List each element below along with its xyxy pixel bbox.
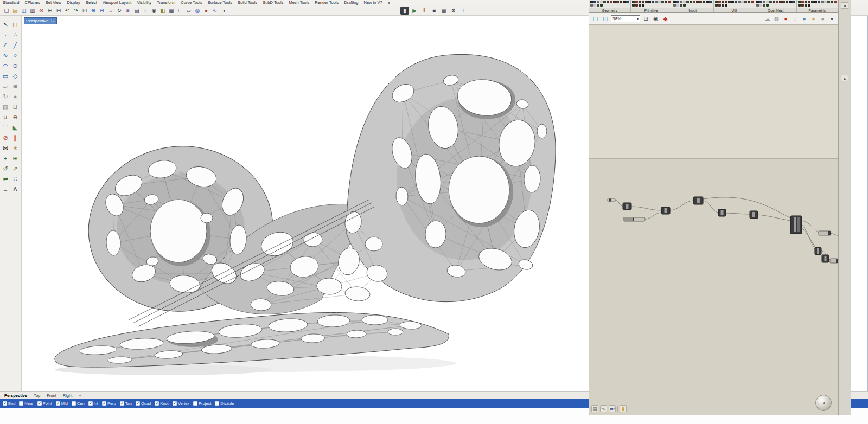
gh-component-icon[interactable] <box>763 1 765 3</box>
gh-component-icon[interactable] <box>776 1 778 3</box>
layers-icon[interactable]: ≡ <box>124 7 132 15</box>
gh-preview-wire-sphere-icon[interactable]: ◌ <box>791 15 799 23</box>
gh-component-icon[interactable] <box>782 1 785 3</box>
gh-component-icon[interactable] <box>805 1 807 3</box>
toolbar-tab-transform[interactable]: Transform <box>157 0 175 5</box>
gh-component-icon[interactable] <box>725 4 727 7</box>
gh-preview-tan-sphere-icon[interactable]: ● <box>809 15 818 23</box>
pan-view-icon[interactable]: ⇔ <box>106 7 115 15</box>
osnap-checkbox-tan[interactable]: ✓ <box>120 401 124 406</box>
osnap-checkbox-quad[interactable]: ✓ <box>136 401 140 406</box>
gh-component-icon[interactable] <box>623 1 626 3</box>
gh-component-icon[interactable] <box>801 4 804 7</box>
gh-palette-group-opennest[interactable]: OpenNest <box>755 0 797 12</box>
gh-paint-icon[interactable]: ▮ <box>620 405 627 412</box>
toolbar-tab-standard[interactable]: Standard <box>3 0 19 5</box>
gh-checker-sphere-icon[interactable]: ◍ <box>773 15 781 23</box>
save-file-icon[interactable]: ◫ <box>20 7 28 15</box>
gh-component-icon[interactable] <box>831 1 833 3</box>
gh-component-icon[interactable] <box>683 1 686 3</box>
gh-component-icon[interactable] <box>648 1 651 3</box>
text-icon[interactable]: A <box>11 185 20 194</box>
gh-node-component[interactable] <box>693 197 703 204</box>
toolbar-tab-surface-tools[interactable]: Surface Tools <box>208 0 232 5</box>
panel-expand-up-icon[interactable]: ▴ <box>841 75 848 81</box>
osnap-quad[interactable]: ✓Quad <box>136 401 151 406</box>
gh-red-sphere-icon[interactable]: ● <box>782 15 790 23</box>
osnap-vertex[interactable]: ✓Vertex <box>173 401 189 406</box>
osnap-end[interactable]: ✓End <box>3 401 15 406</box>
gh-component-icon[interactable] <box>760 4 762 7</box>
gh-component-icon[interactable] <box>735 1 737 3</box>
gh-node-component-tall[interactable] <box>790 216 802 234</box>
gh-component-icon[interactable] <box>748 1 750 3</box>
gh-component-icon[interactable] <box>680 4 682 7</box>
gh-node-panel[interactable] <box>830 259 838 263</box>
gh-component-icon[interactable] <box>801 1 804 3</box>
object-properties-icon[interactable]: ▤ <box>132 7 141 15</box>
grid-snap-icon[interactable]: ▦ <box>167 7 176 15</box>
osnap-checkbox-knot[interactable]: ✓ <box>155 401 159 406</box>
gh-component-icon[interactable] <box>709 1 712 3</box>
split-icon[interactable]: ∥ <box>11 133 20 143</box>
explode-icon[interactable]: ∗ <box>11 144 20 153</box>
gh-component-icon[interactable] <box>756 1 759 3</box>
gh-component-icon[interactable] <box>696 1 699 3</box>
lock-objects-icon[interactable]: ◧ <box>158 7 167 15</box>
gh-component-icon[interactable] <box>597 1 599 3</box>
boolean-union-icon[interactable]: ∪ <box>1 113 10 122</box>
shaded-display-icon[interactable]: ▮ <box>400 7 409 15</box>
gh-component-icon[interactable] <box>642 4 644 7</box>
osnap-tan[interactable]: ✓Tan <box>120 401 132 406</box>
gh-component-icon[interactable] <box>715 4 718 7</box>
loft-icon[interactable]: ≋ <box>11 82 20 91</box>
toolbar-tab-render-tools[interactable]: Render Tools <box>315 0 339 5</box>
upload-icon[interactable]: ↑ <box>459 7 468 15</box>
gh-component-icon[interactable] <box>693 1 695 3</box>
view-tab-right[interactable]: Right <box>63 393 73 398</box>
gh-component-icon[interactable] <box>635 1 638 3</box>
gh-component-icon[interactable] <box>593 1 596 3</box>
toolbar-tab-drafting[interactable]: Drafting <box>344 0 358 5</box>
box-icon[interactable]: ▧ <box>1 102 10 112</box>
gh-node-component[interactable] <box>822 255 829 262</box>
redo-icon[interactable]: ↷ <box>72 7 80 15</box>
toolbar-tab-visibility[interactable]: Visibility <box>137 0 151 5</box>
arc-icon[interactable]: ◠ <box>1 61 10 70</box>
gh-component-icon[interactable] <box>760 1 762 3</box>
view-tab-front[interactable]: Front <box>47 393 56 398</box>
gh-component-icon[interactable] <box>779 1 782 3</box>
gh-node-component[interactable] <box>718 209 726 216</box>
gh-palette-group-geometry[interactable]: Geometry <box>589 0 631 12</box>
gh-component-icon[interactable] <box>661 1 664 3</box>
gh-component-icon[interactable] <box>718 1 721 3</box>
osnap-int[interactable]: ✓Int <box>88 401 98 406</box>
gh-component-icon[interactable] <box>789 1 792 3</box>
osnap-knot[interactable]: ✓Knot <box>155 401 168 406</box>
gh-component-icon[interactable] <box>763 4 765 7</box>
rectangle-icon[interactable]: ▭ <box>1 72 10 81</box>
gh-node-slider-long[interactable] <box>623 217 645 221</box>
curve-tools-icon[interactable]: ∿ <box>210 7 219 15</box>
gh-component-icon[interactable] <box>597 4 599 7</box>
gh-save-definition-icon[interactable]: ◫ <box>601 15 609 23</box>
gh-component-icon[interactable] <box>607 1 609 3</box>
gh-component-icon[interactable] <box>722 1 724 3</box>
gh-navigation-ball[interactable] <box>815 395 832 411</box>
dimension-icon[interactable]: ↔ <box>1 185 10 194</box>
gh-area-icon[interactable]: m² <box>609 405 616 412</box>
render-pause-icon[interactable]: ‖ <box>420 7 429 15</box>
grasshopper-canvas[interactable]: ▤ ∿ m² ▮ <box>589 25 838 415</box>
array-icon[interactable]: ∷ <box>11 175 20 184</box>
toolbar-tab-subd-tools[interactable]: SubD Tools <box>263 0 283 5</box>
gh-component-icon[interactable] <box>600 1 603 3</box>
gh-component-icon[interactable] <box>808 4 810 7</box>
new-file-icon[interactable]: ▢ <box>2 7 11 15</box>
gh-component-icon[interactable] <box>632 1 635 3</box>
gh-component-icon[interactable] <box>642 1 644 3</box>
gh-component-icon[interactable] <box>738 1 741 3</box>
gh-component-icon[interactable] <box>718 4 721 7</box>
circle-icon[interactable]: ○ <box>11 51 20 60</box>
gh-component-icon[interactable] <box>699 1 702 3</box>
ellipse-icon[interactable]: ⊙ <box>11 61 20 70</box>
